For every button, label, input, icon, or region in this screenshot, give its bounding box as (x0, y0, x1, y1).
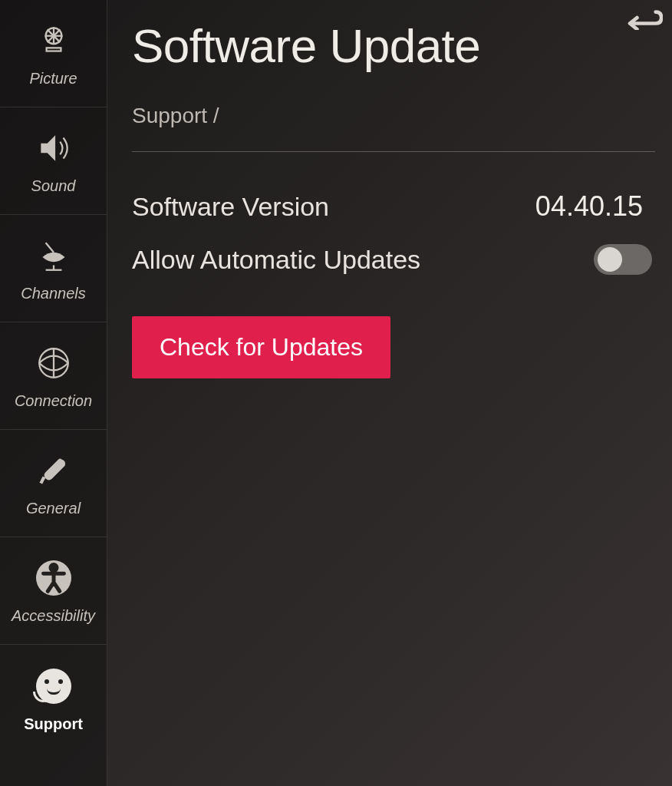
picture-icon (35, 19, 73, 62)
sidebar-item-accessibility[interactable]: Accessibility (0, 537, 107, 645)
auto-update-row[interactable]: Allow Automatic Updates (132, 233, 655, 286)
support-icon (36, 665, 71, 708)
sidebar-item-label: Picture (29, 70, 77, 88)
page-title: Software Update (132, 18, 655, 73)
check-updates-button[interactable]: Check for Updates (132, 316, 390, 378)
back-button[interactable] (618, 3, 664, 34)
sound-icon (35, 127, 73, 170)
main-panel: Software Update Support / Software Versi… (107, 0, 672, 786)
breadcrumb: Support / (132, 104, 655, 128)
version-row: Software Version 04.40.15 (132, 180, 655, 233)
sidebar-item-support[interactable]: Support (0, 645, 107, 752)
sidebar-item-connection[interactable]: Connection (0, 322, 107, 430)
svg-rect-5 (46, 48, 61, 51)
sidebar-item-channels[interactable]: Channels (0, 215, 107, 322)
sidebar-item-label: Accessibility (12, 607, 95, 625)
divider (132, 151, 655, 152)
general-icon (35, 449, 73, 492)
accessibility-icon (36, 556, 71, 599)
connection-icon (35, 342, 73, 385)
svg-line-8 (45, 243, 53, 253)
sidebar-item-label: Sound (31, 177, 76, 195)
auto-update-label: Allow Automatic Updates (132, 245, 420, 275)
svg-point-11 (50, 564, 57, 571)
version-value: 04.40.15 (535, 190, 652, 223)
settings-sidebar: Picture Sound Channels Connection Genera… (0, 0, 107, 786)
back-arrow-icon (620, 7, 663, 30)
sidebar-item-label: Support (24, 715, 83, 733)
sidebar-item-picture[interactable]: Picture (0, 0, 107, 107)
sidebar-item-general[interactable]: General (0, 430, 107, 537)
version-label: Software Version (132, 192, 329, 222)
toggle-knob (598, 247, 622, 272)
sidebar-item-label: Connection (15, 392, 92, 410)
sidebar-item-label: General (26, 500, 81, 517)
auto-update-toggle[interactable] (594, 244, 652, 275)
sidebar-item-label: Channels (21, 285, 86, 302)
sidebar-item-sound[interactable]: Sound (0, 107, 107, 215)
channels-icon (35, 234, 73, 277)
